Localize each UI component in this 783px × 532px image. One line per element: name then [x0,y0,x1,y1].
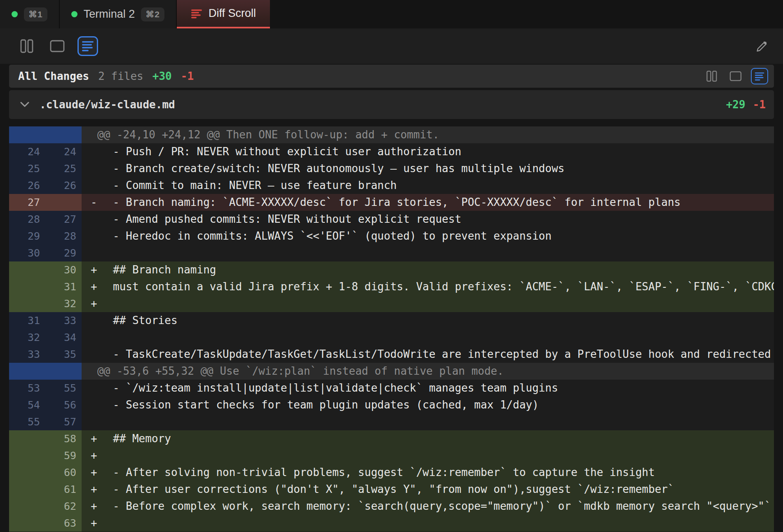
code-line: + [82,295,774,312]
new-line-number: 24 [45,143,82,160]
summary-view-switcher [703,68,768,84]
file-header[interactable]: .claude/wiz-claude.md +29 -1 [9,90,774,119]
diff-line-row: 2827- Amend pushed commits: NEVER withou… [9,211,774,228]
diff-line-row: 58+## Memory [9,430,774,447]
tab-1[interactable]: ⌘1 [0,0,60,28]
code-line: + [82,515,774,532]
diff-line-row: 5456- Session start checks for team plug… [9,397,774,413]
unified-view-button[interactable] [77,36,98,56]
old-line-number: 28 [9,211,45,228]
new-line-number: 28 [45,228,82,245]
single-view-button[interactable] [727,68,744,84]
tab-terminal-2[interactable]: Terminal 2 ⌘2 [60,0,177,28]
old-line-number [9,278,45,295]
code-text: - `/wiz:team install|update|list|validat… [113,382,558,394]
old-line-number: 26 [9,177,45,194]
code-line: +## Branch naming [82,261,774,278]
diff-line-row: 31+must contain a valid Jira prefix + 1-… [9,278,774,295]
diff-line-row: 32+ [9,295,774,312]
new-line-number: 32 [45,295,82,312]
tab-title: Terminal 2 [84,8,135,21]
diff-line-row: 27-- Branch naming: `ACME-XXXXX/desc` fo… [9,194,774,211]
additions-count: +29 [726,98,745,111]
old-line-number [9,481,45,498]
diff-line-row: 3234 [9,329,774,346]
code-text: - Amend pushed commits: NEVER without ex… [113,213,461,225]
code-line [82,413,774,430]
diff-line-row: 5355- `/wiz:team install|update|list|val… [9,380,774,397]
old-line-number [9,464,45,481]
line-number-gutter: 61 [9,481,82,498]
old-line-number [9,430,45,447]
code-text: - TaskCreate/TaskUpdate/TaskGet/TaskList… [113,348,774,360]
line-number-gutter: 31 [9,278,82,295]
old-line-number: 29 [9,228,45,245]
old-line-number: 31 [9,312,45,329]
unified-view-button[interactable] [751,68,768,84]
new-line-number: 29 [45,245,82,261]
line-number-gutter: 2827 [9,211,82,228]
diff-line-row: 61+- After user corrections ("don't X", … [9,481,774,498]
deletions-count: -1 [181,70,194,82]
new-line-number: 60 [45,464,82,481]
deleted-marker: - [91,194,97,211]
code-text: must contain a valid Jira prefix + 1-8 d… [113,280,774,293]
line-number-gutter: 62 [9,498,82,515]
chevron-down-icon[interactable] [20,101,30,108]
added-marker: + [91,278,97,295]
old-line-number [9,261,45,278]
old-line-number [9,515,45,532]
new-line-number: 56 [45,397,82,413]
line-number-gutter: 3234 [9,329,82,346]
edit-pencil-icon[interactable] [756,40,768,52]
tab-diff-scroll[interactable]: Diff Scroll [177,0,270,28]
split-view-button[interactable] [16,36,37,56]
old-line-number: 25 [9,160,45,177]
line-number-gutter: 32 [9,295,82,312]
line-number-gutter: 59 [9,447,82,464]
diff-line-row: 60+- After solving non-trivial problems,… [9,464,774,481]
unified-lines-icon [82,40,94,52]
split-view-button[interactable] [703,68,720,84]
code-text: @@ -24,10 +24,12 @@ Then ONE follow-up: … [97,128,439,141]
code-text: ## Stories [113,314,178,327]
line-number-gutter: 3029 [9,245,82,261]
added-marker: + [91,515,97,532]
code-text: @@ -53,6 +55,32 @@ Use `/wiz:plan` inste… [97,365,504,377]
line-number-gutter: 30 [9,261,82,278]
added-marker: + [91,464,97,481]
diff-line-row: 3029 [9,245,774,261]
single-pane-icon [50,40,65,53]
old-line-number: 53 [9,380,45,397]
status-dot-icon [71,11,77,17]
new-line-number: 62 [45,498,82,515]
hunk-header-text: @@ -53,6 +55,32 @@ Use `/wiz:plan` inste… [82,363,774,380]
new-line-number: 27 [45,211,82,228]
new-line-number: 30 [45,261,82,278]
added-marker: + [91,295,97,312]
diff-line-row: 2424- Push / PR: NEVER without explicit … [9,143,774,160]
code-text: ## Memory [113,432,171,445]
code-text: - Commit to main: NEVER – use feature br… [113,179,397,191]
tab-bar: ⌘1 Terminal 2 ⌘2 Diff Scroll [0,0,783,28]
old-line-number [9,295,45,312]
old-line-number: 24 [9,143,45,160]
diff-line-row: 30+## Branch naming [9,261,774,278]
split-columns-icon [20,39,33,53]
new-line-number: 25 [45,160,82,177]
line-number-gutter: 27 [9,194,82,211]
single-view-button[interactable] [47,36,68,56]
deletions-count: -1 [753,98,766,111]
diff-body[interactable]: @@ -24,10 +24,12 @@ Then ONE follow-up: … [9,126,774,532]
added-marker: + [91,481,97,498]
added-marker: + [91,430,97,447]
added-marker: + [91,447,97,464]
old-line-number: 27 [9,194,45,211]
new-line-number: 58 [45,430,82,447]
line-number-gutter: 63 [9,515,82,532]
line-number-gutter: 2626 [9,177,82,194]
code-text: - Branch create/switch: NEVER autonomous… [113,162,565,175]
code-line: - TaskCreate/TaskUpdate/TaskGet/TaskList… [82,346,774,363]
diff-line-row: 2525- Branch create/switch: NEVER autono… [9,160,774,177]
old-line-number [9,498,45,515]
